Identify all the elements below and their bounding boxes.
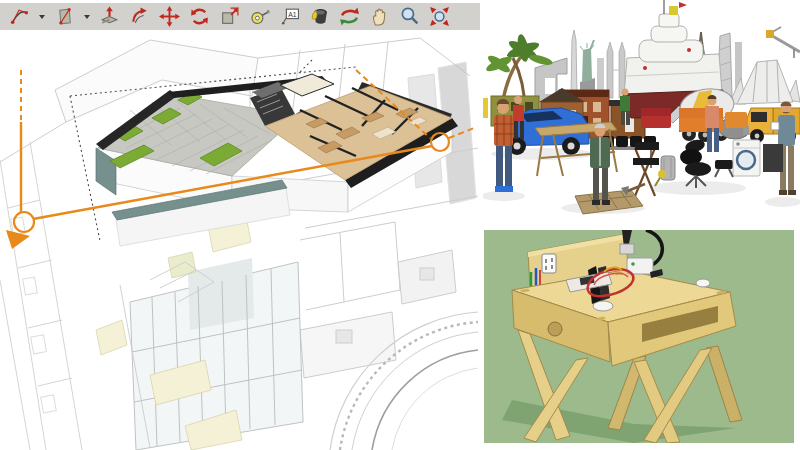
yellow-sign bbox=[483, 98, 488, 118]
scale-tool-icon[interactable] bbox=[218, 5, 241, 28]
section-arrow bbox=[6, 230, 30, 249]
rotate-tool-icon[interactable] bbox=[188, 5, 211, 28]
desk-model-image bbox=[480, 227, 800, 450]
text-tool-icon[interactable]: A1 bbox=[278, 5, 301, 28]
ghost-left-facade-strip bbox=[0, 142, 82, 450]
tape-measure-tool-icon[interactable] bbox=[248, 5, 271, 28]
warehouse-collection-image bbox=[480, 0, 800, 227]
iron-stand bbox=[620, 244, 634, 254]
text-tool-glyph: A1 bbox=[288, 11, 297, 18]
collage-root: A1 bbox=[0, 0, 800, 450]
zoom-extents-tool-icon[interactable] bbox=[428, 5, 451, 28]
follow-me-tool-icon[interactable] bbox=[128, 5, 151, 28]
push-pull-tool-icon[interactable] bbox=[98, 5, 121, 28]
section-handle-left bbox=[14, 212, 34, 232]
arc-tool-dropdown[interactable] bbox=[38, 5, 46, 28]
toolbar: A1 bbox=[0, 3, 480, 30]
dark-cabinet bbox=[763, 144, 783, 172]
move-tool-icon[interactable] bbox=[158, 5, 181, 28]
rotated-rectangle-tool-dropdown[interactable] bbox=[83, 5, 91, 28]
washing-machine bbox=[733, 140, 760, 176]
grommet-hole bbox=[593, 301, 613, 311]
sketchup-window: A1 bbox=[0, 0, 480, 450]
side-images bbox=[480, 0, 800, 450]
arc-tool-icon[interactable] bbox=[8, 5, 31, 28]
pan-tool-icon[interactable] bbox=[368, 5, 391, 28]
mug bbox=[771, 122, 779, 130]
front-hole bbox=[548, 322, 562, 336]
zoom-tool-icon[interactable] bbox=[398, 5, 421, 28]
grommet-hole bbox=[696, 279, 710, 287]
paint-bucket-tool-icon[interactable] bbox=[308, 5, 331, 28]
section-cut-model bbox=[96, 74, 458, 246]
crane-operator bbox=[669, 6, 678, 15]
model-viewport[interactable] bbox=[0, 30, 480, 450]
orbit-tool-icon[interactable] bbox=[338, 5, 361, 28]
outlet bbox=[542, 254, 556, 273]
rotated-rectangle-tool-icon[interactable] bbox=[53, 5, 76, 28]
spire-tower bbox=[571, 30, 577, 96]
